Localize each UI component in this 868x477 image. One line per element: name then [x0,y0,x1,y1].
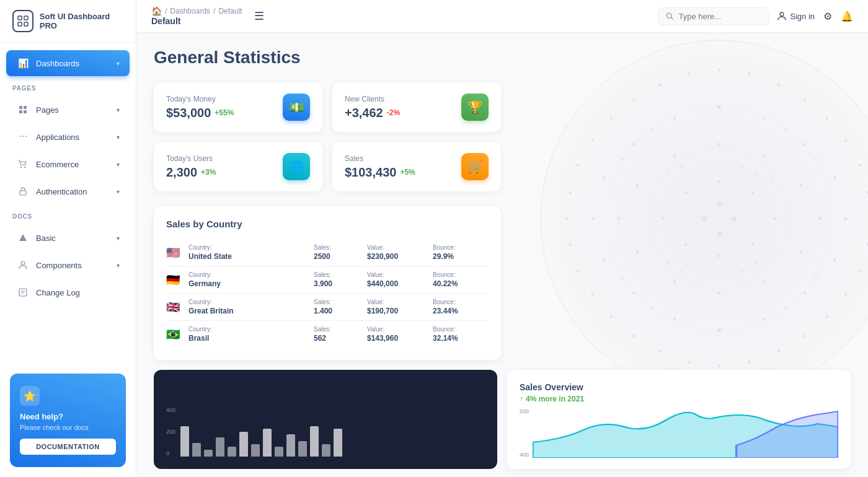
svg-point-107 [681,165,683,168]
svg-point-31 [748,361,751,364]
clients-icon: 🏆 [461,94,489,121]
chevron-down-icon: ▾ [117,235,120,242]
overview-y-axis: 500 400 [520,408,529,458]
bar-chart-card: 400 200 0 [154,370,497,469]
sidebar-item-pages[interactable]: Pages ▾ [6,97,130,123]
svg-point-88 [785,128,787,131]
svg-point-60 [591,217,595,221]
chevron-down-icon: ▾ [117,60,120,67]
stats-grid: Today's Money $53,000 +55% 💵 New Clients… [154,82,501,191]
svg-point-84 [717,201,721,206]
svg-point-11 [21,261,25,265]
breadcrumb-dashboards[interactable]: Dashboards [170,7,210,15]
svg-point-103 [770,180,773,183]
bar [180,426,189,457]
svg-point-16 [718,69,721,72]
svg-point-50 [804,143,807,146]
svg-point-17 [748,72,751,76]
svg-point-15 [541,40,868,397]
bar [251,444,260,457]
menu-icon[interactable]: ☰ [254,9,264,23]
svg-point-35 [632,335,636,338]
svg-point-44 [610,117,613,120]
stat-change-users: +3% [201,168,216,177]
stat-value-sales: $103,430 +5% [345,165,415,180]
overview-chart-area: 500 400 [520,408,838,458]
bell-icon[interactable]: 🔔 [841,11,853,22]
value-col: Value: $230,900 [367,244,429,261]
sidebar-item-ecommerce[interactable]: Ecommerce ▾ [6,151,130,177]
svg-point-47 [688,72,691,76]
bounce-col: Bounce: 29.9% [433,244,489,261]
svg-rect-1 [24,16,28,20]
documentation-button[interactable]: DOCUMENTATION [20,439,116,455]
svg-point-38 [577,269,580,273]
svg-point-93 [815,277,817,279]
svg-point-105 [755,262,758,265]
svg-point-41 [569,191,572,195]
overview-title: Sales Overview [520,382,838,392]
svg-point-56 [717,328,721,332]
svg-point-9 [24,167,25,168]
svg-point-57 [673,318,676,321]
table-row: 🇺🇸 Country: United State Sales: 2500 Val… [166,239,489,266]
sidebar-item-changelog[interactable]: Change Log [6,279,130,305]
svg-rect-3 [24,22,28,26]
svg-point-101 [740,165,743,168]
svg-point-53 [833,258,836,261]
users-icon: 🌐 [283,153,310,180]
search-bar[interactable] [658,7,769,25]
help-star-icon: ⭐ [20,386,40,406]
sidebar: Soft UI Dashboard PRO 📊 Dashboards ▾ PAG… [0,0,136,477]
search-input[interactable] [678,12,761,21]
logo-icon [12,10,33,32]
stat-info-money: Today's Money $53,000 +55% [166,95,234,120]
svg-rect-7 [24,110,27,113]
chevron-down-icon: ▾ [117,188,120,195]
sales-overview-card: Sales Overview ↑ 4% more in 2021 500 400 [507,370,851,469]
sales-country-title: Sales by Country [166,219,489,229]
stat-change-sales: +5% [400,168,415,177]
basic-icon [16,231,30,245]
app-name: Soft UI Dashboard PRO [40,12,123,30]
sidebar-item-basic[interactable]: Basic ▾ [6,225,130,251]
svg-point-29 [804,335,807,338]
svg-point-72 [636,251,639,254]
sidebar-item-applications[interactable]: Applications ▾ [6,124,130,150]
svg-point-102 [755,173,758,175]
settings-icon[interactable]: ⚙ [823,11,832,22]
svg-point-83 [684,191,688,195]
svg-point-110 [666,262,668,265]
stat-value-clients: +3,462 -2% [345,106,400,120]
sidebar-item-authentication[interactable]: Authentication ▾ [6,178,130,204]
changelog-icon [16,286,30,299]
bottom-charts: 400 200 0 [154,370,851,469]
search-icon [666,12,673,20]
svg-point-51 [833,177,836,180]
svg-point-63 [673,117,676,120]
svg-point-43 [591,139,595,142]
breadcrumb-sep2: / [213,7,215,15]
country-col: Country: United State [188,244,310,261]
ecommerce-icon [16,157,30,171]
home-icon[interactable]: 🏠 [151,6,162,16]
svg-point-20 [826,117,829,120]
stat-card-clients: New Clients +3,462 -2% 🏆 [332,82,501,132]
svg-point-40 [565,217,569,221]
svg-point-95 [621,277,624,279]
chevron-down-icon: ▾ [117,107,120,113]
y-label-200: 200 [166,429,175,435]
breadcrumb: 🏠 / Dashboards / Default Default [151,6,242,26]
svg-point-79 [751,243,755,247]
sidebar-item-dashboards[interactable]: 📊 Dashboards ▾ [6,50,130,76]
sidebar-item-components[interactable]: Components ▾ [6,252,130,278]
svg-point-45 [632,98,636,102]
docs-section-label: DOCS [0,206,136,224]
sidebar-item-label: Dashboards [36,59,110,68]
bar [322,444,330,457]
svg-point-22 [859,164,862,167]
svg-point-36 [610,315,613,318]
signin-button[interactable]: Sign in [777,11,815,21]
sales-icon: 🛒 [461,153,489,180]
stat-card-sales: Sales $103,430 +5% 🛒 [332,142,501,191]
